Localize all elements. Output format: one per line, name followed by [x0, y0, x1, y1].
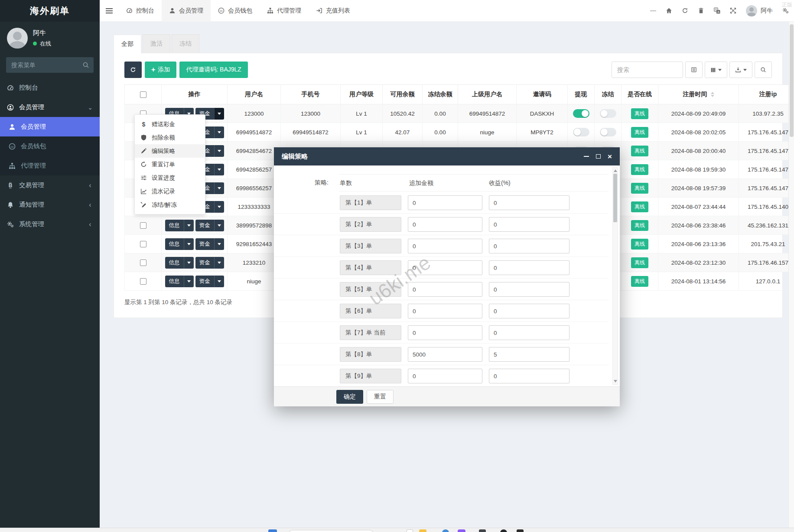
chevron-down-icon[interactable]	[184, 257, 194, 269]
row-checkbox[interactable]	[140, 260, 146, 266]
menu-item-赠送彩金[interactable]: $赠送彩金	[135, 117, 205, 131]
chevron-down-icon[interactable]	[214, 238, 224, 250]
chevron-down-icon[interactable]	[184, 238, 194, 250]
chevron-down-icon[interactable]	[214, 201, 224, 213]
profit-input[interactable]	[489, 347, 569, 362]
profit-input[interactable]	[489, 217, 569, 232]
sidebar-search-input[interactable]	[6, 57, 94, 73]
profit-input[interactable]	[489, 195, 569, 210]
minimize-bar-icon[interactable]	[650, 10, 656, 11]
nav-item-代理管理[interactable]: 代理管理	[260, 0, 309, 22]
profit-input[interactable]	[489, 304, 569, 318]
folder-icon[interactable]	[419, 529, 426, 532]
search-icon[interactable]	[82, 62, 89, 68]
amount-input[interactable]	[408, 325, 482, 340]
freeze-toggle[interactable]	[600, 128, 616, 136]
refresh-button[interactable]	[124, 62, 142, 78]
chevron-down-icon[interactable]	[214, 108, 224, 120]
nav-item-会员钱包[interactable]: cc会员钱包	[211, 0, 260, 22]
menu-item-编辑策略[interactable]: 编辑策略	[135, 144, 205, 158]
os-taskbar[interactable]	[0, 528, 794, 532]
fund-button[interactable]: 资金	[195, 276, 224, 287]
modal-header[interactable]: 编辑策略 ×	[274, 147, 620, 165]
topbar-user[interactable]: 阿牛	[746, 5, 773, 16]
chevron-down-icon[interactable]	[214, 257, 224, 269]
language-icon[interactable]: A文	[714, 7, 720, 14]
reset-button[interactable]: 重置	[367, 390, 394, 404]
fullscreen-icon[interactable]	[730, 7, 736, 14]
row-checkbox[interactable]	[140, 241, 146, 247]
hamburger-icon[interactable]	[100, 0, 119, 22]
sort-icon[interactable]	[711, 92, 714, 97]
sidebar-subitem-会员管理[interactable]: 会员管理	[0, 117, 100, 136]
fund-button[interactable]: 资金	[195, 257, 224, 269]
menu-item-设置进度[interactable]: 设置进度	[135, 171, 205, 185]
chevron-down-icon[interactable]	[184, 220, 194, 231]
menu-item-流水记录[interactable]: 流水记录	[135, 185, 205, 198]
maximize-icon[interactable]	[596, 154, 601, 159]
amount-input[interactable]	[408, 369, 482, 383]
profit-input[interactable]	[489, 325, 569, 340]
sidebar-item-系统管理[interactable]: 系统管理‹	[0, 214, 100, 234]
sidebar-item-交易管理[interactable]: B交易管理‹	[0, 175, 100, 195]
sidebar-subitem-代理管理[interactable]: 代理管理	[0, 156, 100, 175]
amount-input[interactable]	[408, 239, 482, 253]
withdraw-toggle[interactable]	[573, 128, 589, 136]
sidebar-item-控制台[interactable]: 控制台	[0, 78, 100, 97]
nav-item-充值列表[interactable]: 充值列表	[309, 0, 358, 22]
file-icon[interactable]	[407, 529, 413, 532]
detail-view-button[interactable]	[685, 62, 703, 78]
nav-item-控制台[interactable]: 控制台	[119, 0, 162, 22]
confirm-button[interactable]: 确定	[336, 390, 363, 404]
sidebar-item-会员管理[interactable]: 会员管理⌄	[0, 97, 100, 117]
trash-icon[interactable]	[698, 7, 704, 14]
chevron-down-icon[interactable]	[214, 127, 224, 138]
store-icon[interactable]	[458, 529, 465, 532]
row-checkbox[interactable]	[140, 278, 146, 285]
amount-input[interactable]	[408, 304, 482, 318]
taskbar-search-input[interactable]	[288, 530, 374, 532]
menu-item-冻结/解冻[interactable]: 冻结/解冻	[135, 198, 205, 211]
chevron-down-icon[interactable]	[184, 276, 194, 287]
profit-input[interactable]	[489, 260, 569, 275]
nav-item-会员管理[interactable]: 会员管理	[162, 0, 211, 22]
amount-input[interactable]	[408, 195, 482, 210]
minimize-icon[interactable]	[584, 156, 589, 157]
modal-scrollbar[interactable]	[612, 167, 618, 385]
home-icon[interactable]	[666, 7, 672, 14]
amount-input[interactable]	[408, 282, 482, 297]
scroll-up-icon[interactable]	[614, 169, 617, 172]
tab-全部[interactable]: 全部	[114, 35, 141, 53]
scrollbar-thumb[interactable]	[613, 174, 617, 222]
profit-input[interactable]	[489, 239, 569, 253]
profit-input[interactable]	[489, 282, 569, 297]
info-button[interactable]: 信息	[165, 238, 194, 250]
info-button[interactable]: 信息	[165, 220, 194, 231]
withdraw-toggle[interactable]	[573, 109, 589, 118]
agent-invite-code-button[interactable]: 代理邀请码: BAJ9LZ	[179, 62, 248, 78]
chevron-down-icon[interactable]	[214, 182, 224, 194]
columns-button[interactable]	[705, 62, 727, 78]
chevron-down-icon[interactable]	[214, 145, 224, 157]
chevron-down-icon[interactable]	[214, 220, 224, 231]
scrollbar-thumb[interactable]	[790, 24, 794, 137]
profit-input[interactable]	[489, 369, 569, 383]
add-button[interactable]: +添加	[145, 62, 176, 78]
amount-input[interactable]	[408, 347, 482, 362]
terminal-icon[interactable]	[517, 529, 524, 532]
page-scrollbar[interactable]	[788, 22, 794, 528]
sidebar-item-通知管理[interactable]: 通知管理‹	[0, 195, 100, 214]
freeze-toggle[interactable]	[600, 109, 616, 118]
export-button[interactable]	[729, 62, 752, 78]
fund-button[interactable]: 资金	[195, 238, 224, 250]
row-checkbox[interactable]	[140, 222, 146, 229]
sidebar-subitem-会员钱包[interactable]: cc会员钱包	[0, 136, 100, 156]
scroll-down-icon[interactable]	[614, 380, 617, 383]
search-toggle-button[interactable]	[755, 62, 772, 78]
close-icon[interactable]: ×	[608, 153, 612, 160]
amount-input[interactable]	[408, 260, 482, 275]
info-button[interactable]: 信息	[165, 257, 194, 269]
media-icon[interactable]	[500, 529, 507, 532]
menu-item-重置订单[interactable]: 重置订单	[135, 158, 205, 171]
app-icon[interactable]	[479, 529, 486, 532]
